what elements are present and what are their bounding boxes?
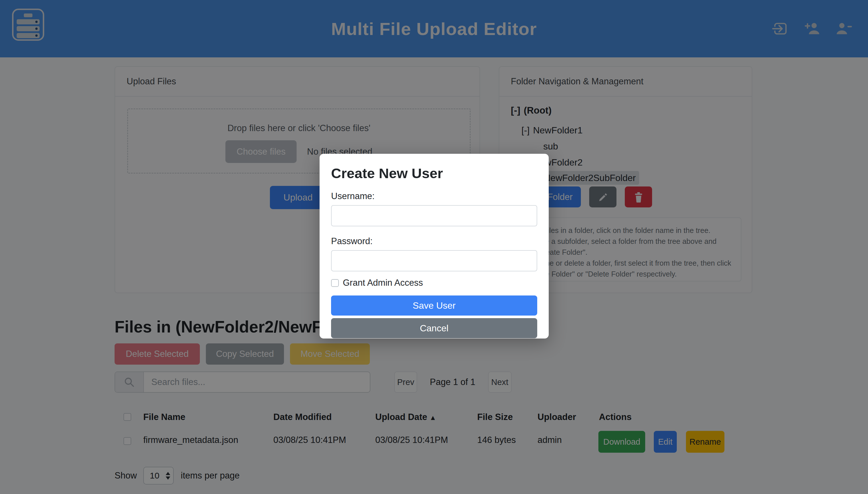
grant-admin-checkbox[interactable] [331,279,339,287]
modal-title: Create New User [331,165,537,181]
password-label: Password: [331,236,537,246]
save-user-button[interactable]: Save User [331,296,537,316]
app-page: Multi File Upload Editor Upload Fil [0,0,868,494]
cancel-button[interactable]: Cancel [331,318,537,338]
username-label: Username: [331,191,537,202]
grant-admin-label: Grant Admin Access [343,278,423,288]
username-field[interactable] [331,205,537,226]
password-field[interactable] [331,250,537,271]
create-user-modal: Create New User Username: Password: Gran… [320,154,549,339]
